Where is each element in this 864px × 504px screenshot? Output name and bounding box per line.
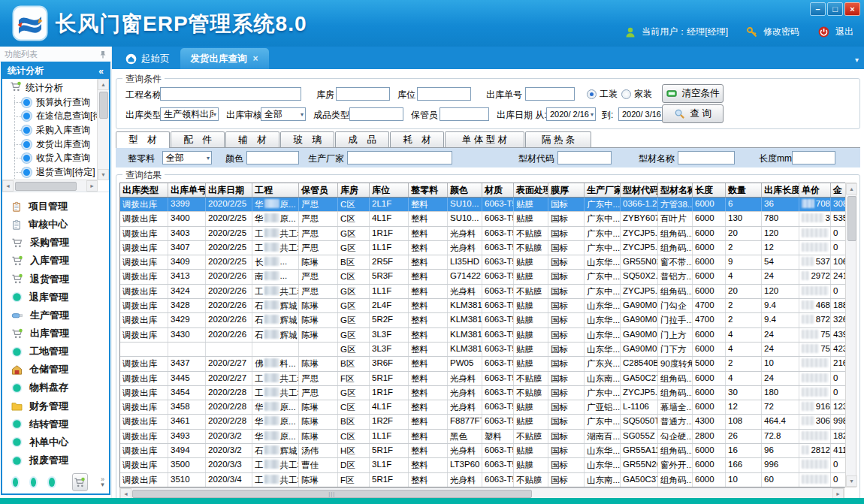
change-password-link[interactable]: 修改密码 — [763, 26, 799, 38]
table-row[interactable]: 调拨出库34942020/3/2石辉城汤伟H区5R1F整料光身料6063-T5贴… — [120, 444, 856, 458]
tree-item-采购入库查询[interactable]: 采购入库查询 — [4, 123, 98, 137]
column-header-数量[interactable]: 数量 — [726, 183, 762, 197]
date-to-select[interactable]: 2020/ 3/16 ▾ — [618, 107, 668, 121]
pin-icon[interactable] — [99, 50, 107, 59]
table-row[interactable]: 调拨出库34372020/2/27佛料...陈琳B区3R6F整料PW056063… — [120, 357, 856, 371]
scroll-up-icon[interactable]: ▲ — [98, 79, 109, 90]
radio-home-outfit[interactable]: 家装 — [621, 88, 652, 101]
minimize-button[interactable]: – — [810, 2, 826, 16]
tree-item-预算执行查询[interactable]: 预算执行查询 — [4, 95, 98, 110]
tree-hscroll-thumb[interactable] — [15, 182, 77, 191]
tree-vscroll-thumb[interactable] — [99, 92, 108, 119]
order-no-input[interactable] — [525, 87, 575, 101]
sidebar-item-采购管理[interactable]: 采购管理 — [2, 234, 109, 252]
column-header-颜色[interactable]: 颜色 — [448, 183, 482, 197]
table-row[interactable]: 调拨出库34032020/2/25工共工程严思G区1R1F整料光身料6063-T… — [120, 227, 856, 241]
profile-code-input[interactable] — [557, 151, 612, 164]
table-row[interactable]: 调拨出库33992020/2/25华原...严思C区2L1F整料SU10...6… — [120, 198, 856, 212]
sidebar-item-报废管理[interactable]: 报废管理 — [2, 451, 109, 469]
sidebar-item-生产管理[interactable]: 生产管理 — [2, 306, 109, 324]
material-tab-成品[interactable]: 成 品 — [335, 131, 389, 147]
close-button[interactable]: × — [844, 2, 860, 16]
material-tab-单体型材[interactable]: 单 体 型 材 — [445, 131, 524, 147]
table-row[interactable]: 调拨出库34542020/2/28工共工程严思G区1R1F整料光身料6063-T… — [120, 386, 856, 400]
out-type-select[interactable]: 生产领料出库 ▾ — [160, 107, 219, 121]
grid-hscroll-thumb[interactable]: ||| — [132, 490, 532, 498]
column-header-出库单号[interactable]: 出库单号 — [168, 183, 206, 197]
scroll-right-icon[interactable]: ► — [86, 180, 98, 192]
profile-name-input[interactable] — [678, 151, 735, 164]
column-header-出库类型[interactable]: 出库类型 — [120, 183, 168, 197]
grid-vertical-scrollbar[interactable]: ▲ ▼ — [845, 183, 856, 487]
column-header-型材名称[interactable]: 型材名称 — [658, 183, 693, 197]
material-tab-型材[interactable]: 型 材 — [116, 131, 170, 148]
material-tab-耗材[interactable]: 耗 材 — [390, 131, 444, 147]
tree-horizontal-scrollbar[interactable]: ◄ ► — [2, 180, 98, 192]
whole-piece-select[interactable]: 全部 ▾ — [162, 151, 212, 164]
maximize-button[interactable]: □ — [827, 2, 843, 16]
table-row[interactable]: 调拨出库34612020/2/28华原...陈琳B区1R2F整料F8877FT6… — [120, 415, 856, 429]
sidebar-item-物料盘存[interactable]: 物料盘存 — [2, 379, 109, 397]
collapse-icon[interactable]: « — [98, 66, 104, 77]
column-header-长度[interactable]: 长度 — [693, 183, 726, 197]
table-row[interactable]: 调拨出库34932020/3/2华原...陈琳C区1L1F整料黑色塑料不贴膜国标… — [120, 430, 856, 444]
quick-circle-icon[interactable] — [49, 478, 54, 487]
scroll-down-icon[interactable]: ▼ — [846, 475, 857, 487]
radio-work-outfit[interactable]: 工装 — [587, 88, 618, 101]
table-row[interactable]: 调拨出库34452020/2/27工共工程严思F区5R1F整料光身料6063-T… — [120, 372, 856, 386]
sidebar-item-退库管理[interactable]: 退库管理 — [2, 288, 109, 306]
table-row[interactable]: 调拨出库34092020/2/25长...陈琳B区2R5F整料LI35HD606… — [120, 255, 856, 270]
audit-select[interactable]: 全部 ▾ — [261, 107, 306, 121]
project-name-input[interactable] — [160, 87, 301, 101]
logout-link[interactable]: 退出 — [835, 26, 853, 38]
location-input[interactable] — [417, 87, 471, 101]
table-row[interactable]: 调拨出库34582020/2/28华原...陈琳C区4L1F整料光身料6063-… — [120, 400, 856, 415]
sidebar-item-仓储管理[interactable]: 仓储管理 — [2, 361, 109, 379]
column-header-材质[interactable]: 材质 — [482, 183, 514, 197]
sidebar-item-审核中心[interactable]: 审核中心 — [2, 216, 109, 234]
manufacturer-input[interactable] — [347, 151, 452, 164]
column-header-保管员[interactable]: 保管员 — [299, 183, 338, 197]
tree-item-收货入库查询[interactable]: 收货入库查询 — [4, 151, 98, 165]
table-row[interactable]: G区3L3F整料KLM38176063-T5贴膜国标山东华...GA90M09.… — [120, 343, 856, 357]
tabbar-chevron-icon[interactable]: ▾ — [855, 56, 859, 64]
material-tab-隔热条[interactable]: 隔 热 条 — [525, 131, 591, 147]
sidebar-item-财务管理[interactable]: 财务管理 — [2, 397, 109, 415]
sidebar-item-项目管理[interactable]: 项目管理 — [2, 198, 109, 216]
table-row[interactable]: 调拨出库34132020/2/26南...严思C区5R3F整料G71422606… — [120, 270, 856, 284]
material-tab-辅材[interactable]: 辅 材 — [225, 131, 279, 147]
column-header-表面处理[interactable]: 表面处理 — [514, 183, 548, 197]
sidebar-section-header[interactable]: 统计分析 « — [2, 63, 109, 79]
more-menu-button[interactable]: » ▾ — [101, 477, 104, 487]
search-button[interactable]: 查 询 — [662, 104, 724, 123]
tree-vertical-scrollbar[interactable]: ▲ ▼ — [97, 79, 109, 180]
color-input[interactable] — [246, 151, 299, 164]
quick-circle-icon[interactable] — [13, 478, 18, 487]
tree-item-发货出库查询[interactable]: 发货出库查询 — [4, 137, 98, 152]
table-row[interactable]: 调拨出库35002020/3/3工共工程曹佳D区3L1F整料LT3P606063… — [120, 458, 856, 472]
clear-conditions-button[interactable]: 清空条件 — [662, 84, 724, 103]
tab-shipping-outbound-query[interactable]: 发货出库查询 × — [180, 48, 269, 69]
table-row[interactable]: 调拨出库34282020/2/26石辉城陈琳G区2L4F整料KLM3817606… — [120, 299, 856, 313]
keeper-input[interactable] — [440, 107, 489, 121]
table-row[interactable]: 调拨出库34072020/2/25工共工程严思G区1L1F整料光身料6063-T… — [120, 241, 856, 255]
sidebar-item-工地管理[interactable]: 工地管理 — [2, 343, 109, 361]
column-header-出库日期[interactable]: 出库日期 — [206, 183, 252, 197]
column-header-膜厚[interactable]: 膜厚 — [548, 183, 585, 197]
column-header-型材代码[interactable]: 型材代码 — [621, 183, 658, 197]
grid-horizontal-scrollbar[interactable]: ◄ ► ||| — [119, 487, 844, 499]
column-header-生产厂家[interactable]: 生产厂家 — [585, 183, 621, 197]
tab-home[interactable]: 起始页 — [115, 48, 180, 69]
length-input[interactable] — [792, 151, 835, 164]
tree-item-在途信息查询[待[interactable]: 在途信息查询[待 — [4, 110, 98, 124]
sidebar-item-入库管理[interactable]: 入库管理 — [2, 252, 109, 270]
column-header-库位[interactable]: 库位 — [370, 183, 409, 197]
column-header-整零料[interactable]: 整零料 — [409, 183, 448, 197]
cart-shortcut-button[interactable] — [72, 473, 88, 491]
product-type-input[interactable] — [349, 107, 403, 121]
scroll-down-icon[interactable]: ▼ — [98, 169, 109, 180]
quick-circle-icon[interactable] — [31, 478, 36, 487]
date-from-select[interactable]: 2020/ 2/16 ▾ — [546, 107, 596, 121]
sidebar-item-补单中心[interactable]: 补单中心 — [2, 433, 109, 451]
table-row[interactable]: 调拨出库34292020/2/26石辉城陈琳G区5R2F整料KLM3817606… — [120, 313, 856, 327]
